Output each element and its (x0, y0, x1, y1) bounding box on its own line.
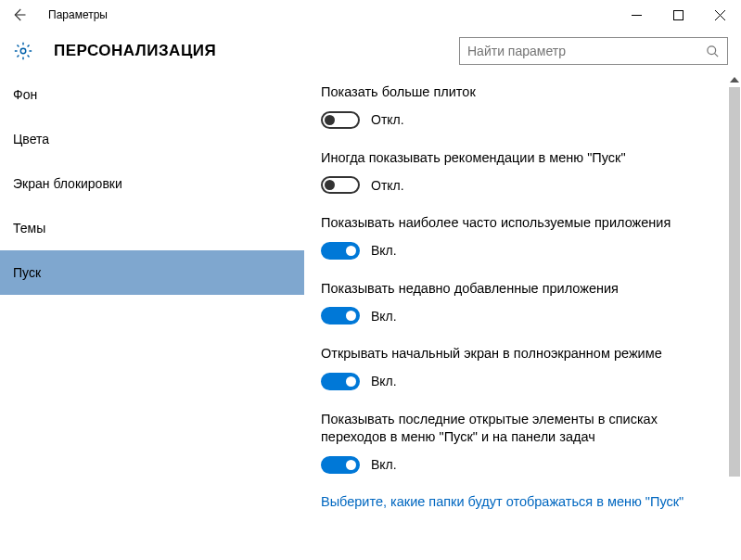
setting-recommendations: Иногда показывать рекомендации в меню "П… (321, 149, 722, 195)
svg-rect-0 (674, 10, 684, 19)
setting-label: Иногда показывать рекомендации в меню "П… (321, 149, 701, 168)
setting-recently-added: Показывать недавно добавленные приложени… (321, 280, 722, 325)
setting-label: Показывать наиболее часто используемые п… (321, 214, 701, 233)
content: Показать больше плиток Откл. Иногда пока… (304, 72, 741, 560)
scroll-up-button[interactable] (728, 72, 741, 87)
minimize-icon (632, 10, 642, 20)
toggle-state-text: Откл. (371, 112, 404, 127)
svg-point-1 (20, 48, 26, 54)
sidebar-item-colors[interactable]: Цвета (0, 117, 304, 161)
scrollbar-thumb[interactable] (729, 87, 740, 477)
header: ПЕРСОНАЛИЗАЦИЯ (0, 30, 741, 72)
titlebar: Параметры (0, 0, 741, 30)
sidebar-item-themes[interactable]: Темы (0, 206, 304, 250)
svg-point-2 (708, 45, 716, 54)
titlebar-left: Параметры (7, 4, 108, 26)
chevron-up-icon (730, 77, 739, 83)
toggle-row: Вкл. (321, 456, 722, 474)
toggle-most-used[interactable] (321, 242, 360, 260)
setting-label: Показывать недавно добавленные приложени… (321, 280, 701, 299)
sidebar-item-label: Фон (13, 87, 37, 102)
search-icon (706, 45, 720, 58)
toggle-state-text: Вкл. (371, 243, 397, 258)
toggle-knob (325, 180, 335, 190)
sidebar-item-background[interactable]: Фон (0, 72, 304, 117)
toggle-state-text: Вкл. (371, 457, 397, 472)
sidebar-item-label: Цвета (13, 132, 49, 146)
sidebar-item-label: Экран блокировки (13, 176, 122, 191)
sidebar-item-label: Темы (13, 221, 45, 235)
gear-icon (13, 41, 33, 61)
toggle-recent-items[interactable] (321, 456, 360, 474)
choose-folders-link[interactable]: Выберите, какие папки будут отображаться… (321, 494, 722, 509)
maximize-button[interactable] (658, 1, 699, 29)
sidebar-item-label: Пуск (13, 265, 41, 280)
setting-label: Открывать начальный экран в полноэкранно… (321, 345, 701, 363)
toggle-knob (346, 376, 356, 387)
toggle-state-text: Откл. (371, 178, 404, 193)
setting-label: Показывать последние открытые элементы в… (321, 411, 701, 447)
toggle-row: Вкл. (321, 307, 722, 325)
category-title: ПЕРСОНАЛИЗАЦИЯ (54, 42, 216, 60)
toggle-recommendations[interactable] (321, 176, 360, 194)
body: Фон Цвета Экран блокировки Темы Пуск Пок… (0, 72, 741, 560)
setting-fullscreen: Открывать начальный экран в полноэкранно… (321, 345, 722, 390)
toggle-row: Вкл. (321, 242, 722, 260)
setting-most-used: Показывать наиболее часто используемые п… (321, 214, 722, 260)
arrow-left-icon (10, 6, 27, 23)
setting-recent-items: Показывать последние открытые элементы в… (321, 411, 722, 474)
toggle-state-text: Вкл. (371, 374, 397, 388)
toggle-knob (346, 460, 356, 470)
close-button[interactable] (699, 1, 741, 29)
window-title: Параметры (48, 8, 108, 21)
search-box[interactable] (459, 37, 728, 65)
setting-label: Показать больше плиток (321, 83, 701, 102)
maximize-icon (673, 10, 684, 20)
toggle-recently-added[interactable] (321, 307, 360, 325)
toggle-row: Откл. (321, 111, 722, 129)
toggle-state-text: Вкл. (371, 309, 397, 324)
sidebar-item-start[interactable]: Пуск (0, 250, 304, 295)
vertical-scrollbar[interactable] (728, 72, 741, 560)
toggle-row: Вкл. (321, 373, 722, 390)
sidebar: Фон Цвета Экран блокировки Темы Пуск (0, 72, 304, 560)
toggle-knob (346, 311, 356, 321)
search-input[interactable] (467, 44, 706, 58)
toggle-knob (346, 246, 356, 256)
toggle-fullscreen[interactable] (321, 373, 360, 390)
setting-more-tiles: Показать больше плиток Откл. (321, 83, 722, 129)
toggle-row: Откл. (321, 176, 722, 194)
header-left: ПЕРСОНАЛИЗАЦИЯ (13, 41, 216, 61)
back-button[interactable] (7, 4, 30, 26)
toggle-knob (325, 115, 335, 125)
minimize-button[interactable] (616, 1, 658, 29)
window-controls (616, 1, 741, 29)
close-icon (715, 10, 725, 20)
toggle-more-tiles[interactable] (321, 111, 360, 129)
sidebar-item-lock-screen[interactable]: Экран блокировки (0, 161, 304, 206)
